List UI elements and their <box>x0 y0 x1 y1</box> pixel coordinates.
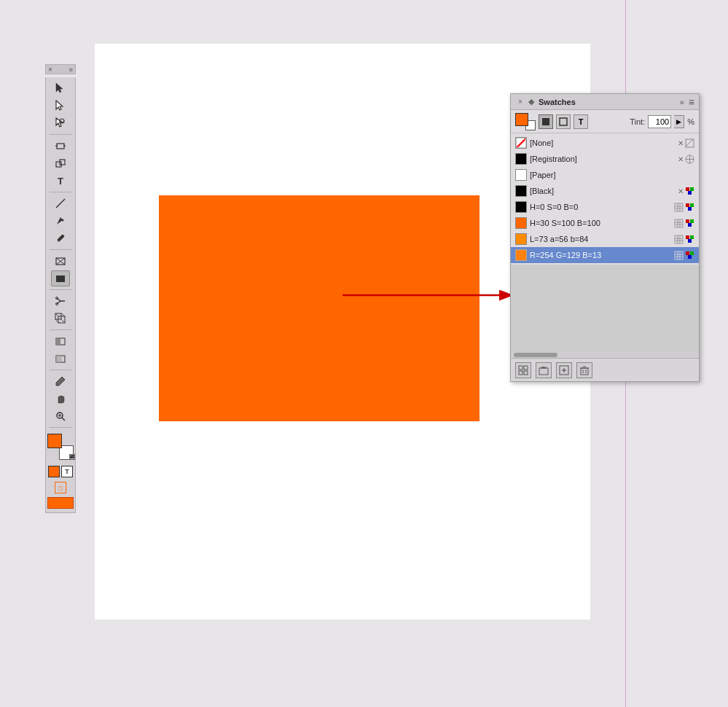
swatch-color-paper <box>515 169 527 181</box>
mode-fill-box <box>515 113 528 126</box>
swatch-icon-rgb-lab <box>685 235 694 244</box>
group-selection-tool[interactable] <box>51 115 70 131</box>
line-tool[interactable] <box>51 195 70 211</box>
tool-separator-1 <box>50 134 71 135</box>
swatch-name-registration: [Registration] <box>530 155 675 163</box>
fill-mode-button[interactable] <box>539 114 553 129</box>
swatch-icon-none-marker <box>685 138 694 148</box>
swatch-row-none[interactable]: [None] ✕ <box>511 135 699 151</box>
svg-line-29 <box>61 319 65 323</box>
panel-scrollbar-thumb[interactable] <box>514 353 557 357</box>
panel-menu-button[interactable]: ≡ <box>689 97 694 107</box>
fill-color-box[interactable] <box>47 434 62 448</box>
svg-marker-3 <box>56 101 63 110</box>
svg-line-19 <box>57 298 60 301</box>
swatch-icon-black-cross: ✕ <box>678 187 684 195</box>
swatch-icon-grid-rgb <box>674 251 684 260</box>
eyedropper-tool[interactable] <box>51 373 70 389</box>
swatch-row-black[interactable]: [Black] ✕ <box>511 183 699 199</box>
tool-separator-6 <box>50 370 71 370</box>
swap-colors[interactable]: ⇄ <box>69 454 75 460</box>
pencil-tool[interactable] <box>51 230 70 246</box>
hand-tool[interactable] <box>51 391 70 407</box>
swatch-color-hsb-30 <box>515 217 527 229</box>
svg-rect-67 <box>675 235 683 243</box>
orange-rectangle[interactable] <box>159 195 480 421</box>
type-tool[interactable]: T <box>51 173 70 189</box>
text-mode-button[interactable]: T <box>574 114 588 129</box>
text-mode-indicator[interactable]: T <box>61 466 73 477</box>
mode-color-boxes[interactable] <box>515 113 536 130</box>
svg-rect-33 <box>56 356 62 362</box>
apply-color-preview[interactable] <box>47 497 74 509</box>
tint-arrow-button[interactable]: ▶ <box>674 115 684 128</box>
swatch-color-none <box>515 137 527 149</box>
pen-tool[interactable] <box>51 213 70 229</box>
swatch-color-rgb-254 <box>515 249 527 261</box>
svg-rect-74 <box>688 239 692 243</box>
panel-controls: » ≡ <box>680 97 694 107</box>
swatch-color-lab-73 <box>515 233 527 245</box>
transform-tool[interactable] <box>51 310 70 327</box>
direct-selection-tool[interactable] <box>51 98 70 114</box>
fill-mode-indicator[interactable] <box>48 466 60 477</box>
zoom-tool[interactable] <box>51 408 70 424</box>
delete-swatch-button[interactable] <box>576 362 592 378</box>
svg-rect-83 <box>519 366 522 370</box>
tint-input[interactable] <box>648 115 671 128</box>
svg-rect-6 <box>57 144 64 149</box>
svg-rect-18 <box>56 276 65 282</box>
color-selector[interactable]: ⇄ <box>47 434 74 460</box>
new-color-group-button[interactable] <box>536 362 552 378</box>
swatch-name-hsb-0: H=0 S=0 B=0 <box>530 203 671 211</box>
swatch-row-registration[interactable]: [Registration] ✕ <box>511 151 699 167</box>
frame-tool[interactable] <box>51 138 70 154</box>
swatch-row-rgb-254[interactable]: R=254 G=129 B=13 <box>511 247 699 263</box>
swatch-icon-rgb-0 <box>685 203 694 212</box>
swatch-icons-rgb-254 <box>674 251 694 260</box>
rectangle-frame-tool[interactable] <box>51 253 70 269</box>
apply-none-gradient: ◻ <box>55 482 66 493</box>
swatch-name-none: [None] <box>530 138 675 147</box>
show-thumbnails-button[interactable] <box>515 362 531 378</box>
svg-rect-64 <box>686 219 689 223</box>
svg-rect-39 <box>542 118 549 125</box>
gradient-tool[interactable] <box>51 333 70 349</box>
apply-none[interactable]: ◻ <box>55 482 66 493</box>
panel-empty-area <box>511 265 699 352</box>
tool-separator-2 <box>50 192 71 192</box>
swatch-name-lab-73: L=73 a=56 b=84 <box>530 235 671 243</box>
stroke-mode-button[interactable] <box>556 114 571 129</box>
scissors-tool[interactable] <box>51 293 70 309</box>
toolbar-close-icon[interactable]: × <box>48 66 52 74</box>
panel-scrollbar[interactable] <box>511 352 699 358</box>
swatch-name-rgb-254: R=254 G=129 B=13 <box>530 251 671 259</box>
swatch-mode-row: T Tint: ▶ % <box>511 110 699 133</box>
swatch-icons-black: ✕ <box>678 187 694 196</box>
tint-label: Tint: <box>630 117 645 126</box>
swatch-icon-rgb-30 <box>685 219 694 228</box>
scale-tool[interactable] <box>51 155 70 171</box>
swatch-icons-none: ✕ <box>678 138 694 148</box>
toolbar-titlebar: × » <box>45 64 76 74</box>
svg-line-27 <box>61 313 65 316</box>
panel-title-group: × ◆ Swatches <box>515 97 576 107</box>
swatch-row-lab-73[interactable]: L=73 a=56 b=84 <box>511 231 699 247</box>
toolbar-expand-icon[interactable]: » <box>69 66 73 74</box>
tool-separator-7 <box>50 427 71 428</box>
rectangle-tool[interactable] <box>51 270 70 286</box>
swatch-row-hsb-30[interactable]: H=30 S=100 B=100 <box>511 215 699 231</box>
swatch-icons-registration: ✕ <box>678 155 694 164</box>
gradient-feather-tool[interactable] <box>51 351 70 367</box>
swatch-row-paper[interactable]: [Paper] <box>511 167 699 183</box>
new-swatch-button[interactable] <box>556 362 572 378</box>
svg-rect-59 <box>675 219 683 227</box>
panel-close-button[interactable]: × <box>515 97 525 107</box>
swatch-row-hsb-0[interactable]: H=0 S=0 B=0 <box>511 199 699 215</box>
tool-separator-3 <box>50 249 71 250</box>
swatch-icons-hsb-0 <box>674 203 694 212</box>
selection-tool[interactable] <box>51 80 70 96</box>
panel-expand-icon[interactable]: » <box>680 98 684 106</box>
svg-rect-49 <box>690 187 694 191</box>
swatch-icon-reg-cross: ✕ <box>678 155 684 163</box>
